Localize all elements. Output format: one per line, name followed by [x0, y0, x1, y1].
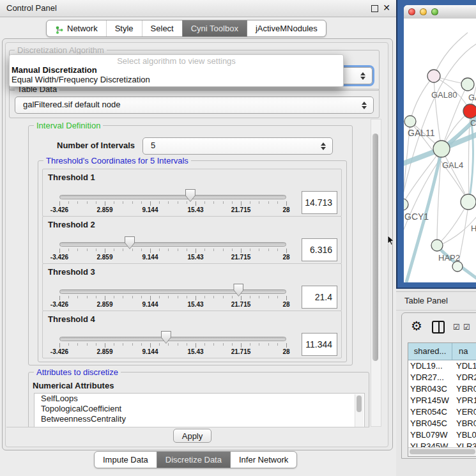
table-horizontal-scrollbar[interactable] [408, 447, 476, 456]
threshold-value-field[interactable]: 21.4 [302, 286, 337, 309]
app-root: Control Panel ✕ NetworkStyleSelectCyni T… [0, 0, 476, 476]
list-scrollbar-thumb[interactable] [357, 395, 362, 412]
tick-mark [77, 201, 78, 204]
tick-mark [59, 249, 60, 253]
tick-mark [204, 296, 205, 298]
threshold-value-field[interactable]: 11.344 [302, 333, 337, 356]
tab-cyni-toolbox[interactable]: Cyni Toolbox [182, 20, 247, 36]
tab-infer-network[interactable]: Infer Network [230, 452, 296, 468]
zoom-traffic-light-icon[interactable] [431, 8, 438, 15]
table-row[interactable]: YPR145WYPR1 [408, 395, 476, 406]
tick-mark [268, 343, 269, 346]
tick-mark [159, 249, 160, 251]
tick-mark [150, 249, 151, 253]
threshold-label: Threshold 4 [48, 314, 95, 324]
tick-mark [259, 201, 259, 204]
apply-button[interactable]: Apply [173, 429, 211, 443]
cell-shared-name: YBL079W [408, 429, 454, 441]
network-node[interactable] [427, 70, 440, 82]
scale-label: 9.144 [131, 348, 169, 355]
close-traffic-light-icon[interactable] [408, 8, 415, 15]
gear-icon[interactable]: ⚙ [411, 319, 422, 333]
network-node[interactable] [452, 261, 463, 272]
slider-thumb[interactable] [125, 236, 135, 249]
algorithm-option-equal-width-frequency-discretization[interactable]: Equal Width/Frequency Discretization [12, 75, 150, 84]
number-of-intervals-spinner[interactable]: 5 [142, 137, 333, 155]
tab-discretize-data[interactable]: Discretize Data [157, 452, 230, 468]
tick-mark [96, 201, 96, 204]
network-node[interactable] [461, 194, 476, 210]
close-icon[interactable]: ✕ [383, 3, 390, 13]
network-node[interactable] [404, 199, 408, 210]
threshold-label: Threshold 1 [48, 173, 95, 182]
slider-thumb[interactable] [161, 331, 171, 344]
slider-track[interactable] [59, 242, 286, 247]
slider-thumb[interactable] [233, 284, 243, 296]
tick-mark [68, 201, 69, 204]
settings-vertical-scrollbar[interactable] [371, 119, 381, 427]
tab-jactivemnodules[interactable]: jActiveMNodules [247, 20, 326, 36]
network-icon [55, 24, 64, 33]
network-node[interactable] [433, 141, 450, 157]
window-title: Control Panel [6, 0, 57, 16]
columns-icon[interactable] [432, 321, 445, 334]
slider-track[interactable] [59, 195, 286, 199]
tab-style[interactable]: Style [106, 20, 142, 36]
tick-mark [178, 343, 178, 346]
attribute-item-betweennesscentrality[interactable]: BetweennessCentrality [35, 414, 364, 424]
checkbox-icon[interactable]: ☑ [463, 323, 470, 332]
table-row[interactable]: YDR27...YDR2 [408, 372, 476, 383]
threshold-value-field[interactable]: 6.316 [302, 238, 337, 261]
table-data-combobox[interactable]: galFiltered.sif default node [15, 96, 374, 114]
table-row[interactable]: YER054CYER0 [408, 406, 476, 418]
tick-mark [187, 201, 187, 204]
slider-thumb-face [186, 190, 195, 201]
bottom-tab-bar: Impute DataDiscretize DataInfer Network [94, 451, 297, 468]
cell-shared-name: YDR27... [408, 372, 454, 383]
tab-network[interactable]: Network [47, 20, 106, 36]
table-row[interactable]: YDL19...YDL1 [408, 360, 476, 372]
settings-scrollbar-thumb[interactable] [372, 134, 378, 361]
column-header-shared-name[interactable]: shared... [408, 343, 452, 360]
algorithm-popup-hint: Select algorithm to view settings [10, 56, 343, 66]
network-node[interactable] [461, 78, 474, 91]
algorithm-option-manual-discretization[interactable]: Manual Discretization [12, 65, 97, 75]
tick-mark [141, 343, 142, 346]
node-label-gal80: GAL80 [431, 90, 457, 100]
tick-mark [250, 296, 250, 298]
scale-label: 15.43 [176, 301, 215, 308]
column-header-name[interactable]: na [452, 343, 476, 360]
slider-thumb[interactable] [185, 189, 196, 202]
float-window-icon[interactable] [371, 5, 378, 12]
tab-select[interactable]: Select [142, 20, 182, 36]
tick-mark [68, 249, 69, 251]
network-edge[interactable] [441, 149, 468, 201]
scale-label: -3.426 [40, 301, 79, 308]
tick-mark [87, 296, 88, 298]
network-node[interactable] [404, 116, 416, 127]
tab-impute-data[interactable]: Impute Data [95, 452, 157, 468]
slider-track[interactable] [59, 337, 286, 341]
list-scrollbar[interactable] [355, 394, 364, 427]
attribute-item-selfloops[interactable]: SelfLoops [35, 394, 364, 404]
network-edge[interactable] [410, 76, 434, 121]
network-node[interactable] [431, 240, 443, 251]
table-row[interactable]: YBR043CYBR0 [408, 383, 476, 395]
table-hscrollbar-thumb[interactable] [410, 449, 475, 454]
threshold-value-field[interactable]: 14.713 [302, 191, 337, 214]
tick-mark [286, 296, 287, 300]
scale-label: 15.43 [176, 206, 215, 213]
tick-mark [114, 343, 114, 346]
slider-track[interactable] [59, 289, 286, 294]
tick-mark [187, 249, 187, 251]
checkbox-icon[interactable]: ☑ [453, 323, 460, 332]
tick-mark [87, 249, 88, 251]
algorithm-dropdown-popup: Select algorithm to view settings Manual… [9, 54, 344, 87]
attribute-item-topologicalcoefficient[interactable]: TopologicalCoefficient [35, 404, 364, 414]
scale-label: 21.715 [222, 206, 260, 213]
minimize-traffic-light-icon[interactable] [420, 8, 427, 15]
table-row[interactable]: YBL079WYBL0 [408, 429, 476, 441]
table-row[interactable]: YBR045CYBR0 [408, 418, 476, 429]
network-node[interactable] [463, 104, 476, 118]
network-canvas[interactable]: GAL80GACGAL11GAL4GCY1HHAP2 [404, 19, 476, 282]
